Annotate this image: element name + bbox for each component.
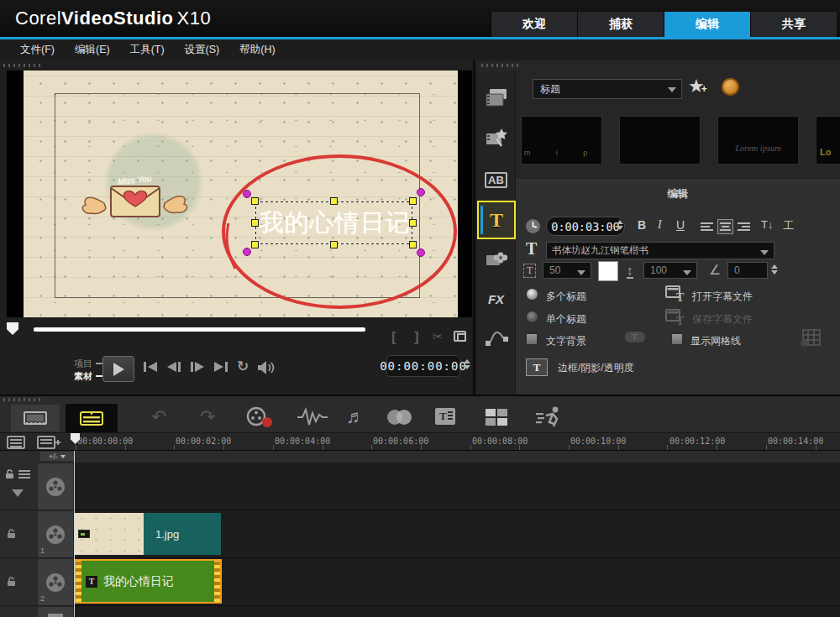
storyboard-view-button[interactable] [10, 404, 60, 432]
motion-path-category-icon[interactable] [476, 322, 516, 353]
lock-icon[interactable] [7, 577, 16, 587]
resize-handle[interactable] [251, 219, 259, 227]
sound-mixer-icon[interactable] [296, 406, 329, 428]
angle-field[interactable]: 0 [727, 262, 768, 279]
resize-handle[interactable] [330, 241, 338, 248]
show-grid-label[interactable]: 显示网格线 [690, 334, 741, 348]
menu-edit[interactable]: 编辑(E) [75, 43, 110, 57]
bold-button[interactable]: B [638, 218, 646, 232]
overlay-2-header[interactable]: 2 [37, 558, 74, 606]
text-direction-button[interactable]: 工 [783, 218, 794, 233]
title-template-thumb-4[interactable]: Lo [816, 116, 840, 165]
title-template-thumb-1[interactable]: m i p [521, 116, 602, 165]
panel-grip[interactable] [3, 64, 42, 67]
overlay-2-lane[interactable]: T 我的心情日记 [74, 558, 840, 606]
auto-music-icon[interactable]: ♬ [346, 406, 365, 428]
tab-welcome[interactable]: 欢迎 [491, 12, 577, 37]
trim-handle-right[interactable] [214, 561, 220, 602]
text-backdrop-checkbox[interactable] [526, 333, 538, 345]
instant-project-icon[interactable] [476, 123, 516, 153]
vertical-text-button[interactable]: T↓ [761, 218, 773, 231]
angle-spinner[interactable] [771, 264, 778, 275]
title-template-thumb-3[interactable]: Lorem ipsum [717, 116, 799, 165]
split-clip-icon[interactable]: ✂ [433, 329, 444, 344]
previous-frame-button[interactable] [165, 360, 183, 374]
open-subtitle-icon[interactable]: T [665, 285, 687, 303]
go-to-start-button[interactable] [141, 360, 160, 374]
partial-track-lane[interactable] [74, 606, 840, 617]
mark-in-button[interactable]: [ [391, 329, 396, 346]
title-category-button-selected[interactable]: T [477, 201, 516, 239]
rotate-handle[interactable] [417, 248, 425, 257]
filter-category-icon[interactable]: FX [476, 284, 516, 314]
menu-settings[interactable]: 设置(S) [185, 43, 220, 57]
motion-tracking-icon[interactable] [534, 405, 564, 429]
mode-project-label[interactable]: 项目 [74, 358, 92, 370]
border-shadow-button[interactable]: 边框/阴影/透明度 [558, 361, 634, 375]
video-track-lane[interactable] [74, 463, 840, 510]
align-left-button[interactable] [699, 219, 715, 234]
video-track-header[interactable] [37, 463, 74, 510]
duration-field[interactable]: 0:00:03:00 [546, 217, 625, 236]
transition-category-icon[interactable]: AB [476, 165, 516, 195]
next-frame-button[interactable] [188, 360, 207, 374]
duration-spinner[interactable] [617, 220, 623, 230]
title-template-thumb-2[interactable] [619, 116, 701, 165]
go-to-end-button[interactable] [212, 360, 230, 374]
mode-clip-label[interactable]: 素材 [74, 370, 92, 383]
overlay-effects-icon[interactable] [385, 408, 415, 426]
resize-handle[interactable] [409, 197, 417, 205]
overlay-1-header[interactable]: 1 [37, 510, 74, 558]
panel-grip[interactable] [481, 64, 520, 67]
mark-out-button[interactable]: ] [414, 329, 419, 346]
resize-handle[interactable] [330, 197, 338, 205]
resize-handle[interactable] [251, 241, 259, 248]
tab-edit[interactable]: 编辑 [664, 12, 750, 37]
preview-title-text[interactable]: 我的心情日记 [257, 207, 412, 240]
partial-track-header[interactable] [37, 606, 74, 617]
collapse-tracks-icon[interactable] [12, 489, 24, 497]
rotate-handle[interactable] [417, 188, 425, 196]
overlay-1-lane[interactable]: 1.jpg [74, 510, 840, 558]
menu-file[interactable]: 文件(F) [20, 43, 55, 57]
line-spacing-dropdown[interactable]: 100 [643, 262, 697, 279]
multiple-titles-radio[interactable] [526, 288, 538, 301]
font-size-dropdown[interactable]: 50 [543, 262, 591, 279]
subtitle-editor-icon[interactable]: T [433, 406, 459, 428]
enlarge-preview-icon[interactable] [454, 331, 466, 342]
resize-handle[interactable] [409, 241, 417, 248]
rotate-handle[interactable] [243, 190, 251, 198]
menu-help[interactable]: 帮助(H) [239, 43, 275, 57]
scrubber-track[interactable] [34, 327, 365, 332]
scrubber-marker[interactable] [7, 322, 18, 335]
add-track-icon[interactable] [37, 435, 60, 450]
title-selection-box[interactable]: 我的心情日记 [255, 201, 412, 244]
filter-gallery-icon[interactable] [722, 78, 739, 96]
timecode-spinner[interactable] [464, 359, 470, 369]
lock-icon[interactable] [5, 469, 14, 479]
font-family-dropdown[interactable]: 书体坊赵九江钢笔楷书 [546, 242, 774, 259]
align-right-button[interactable] [736, 219, 752, 234]
tab-capture[interactable]: 捕获 [577, 12, 664, 37]
volume-button[interactable] [257, 360, 277, 375]
panel-grip[interactable] [3, 398, 42, 401]
multiple-titles-label[interactable]: 多个标题 [546, 290, 586, 304]
show-grid-checkbox[interactable] [671, 333, 683, 345]
track-list-icon[interactable] [18, 469, 30, 479]
track-manager-icon[interactable] [7, 435, 30, 450]
menu-tools[interactable]: 工具(T) [130, 43, 165, 57]
font-color-swatch[interactable] [598, 261, 618, 281]
single-title-radio[interactable] [526, 311, 538, 323]
image-clip-1jpg[interactable]: 1.jpg [75, 513, 221, 555]
title-clip-selected[interactable]: T 我的心情日记 [74, 559, 222, 604]
resize-handle[interactable] [409, 219, 417, 227]
record-capture-icon[interactable] [245, 406, 274, 428]
tab-share[interactable]: 共享 [750, 12, 837, 37]
underline-button[interactable]: U [676, 218, 685, 232]
align-center-button[interactable] [717, 219, 733, 234]
rotate-handle[interactable] [243, 248, 251, 256]
gallery-dropdown[interactable]: 标题 [533, 79, 682, 99]
lock-icon[interactable] [7, 529, 16, 539]
split-screen-template-icon[interactable] [484, 407, 509, 427]
open-subtitle-label[interactable]: 打开字幕文件 [692, 290, 753, 304]
